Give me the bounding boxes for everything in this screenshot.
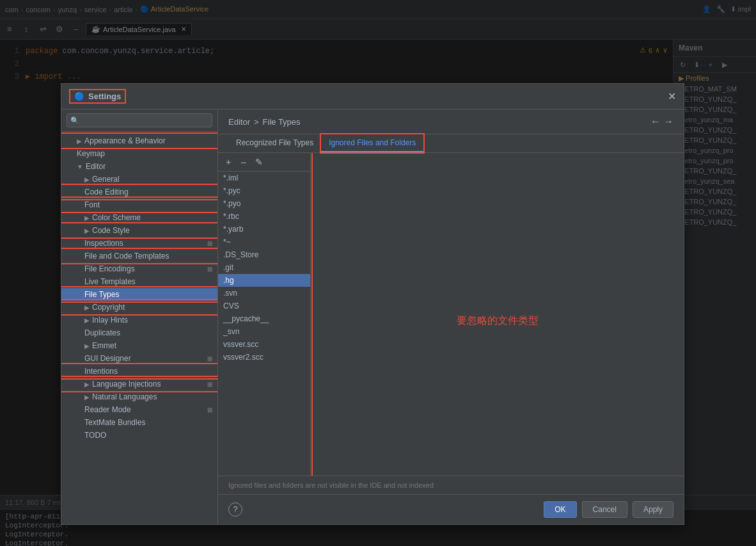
sync-indicator-gui: ⊞ <box>207 355 212 362</box>
sidebar-label-intentions: Intentions <box>84 367 118 376</box>
file-list-panel: + – ✎ *.iml *.pyc *.pyo *.rbc *.yarb *~ … <box>218 153 311 476</box>
sidebar-label-file-types: File Types <box>84 290 119 299</box>
sidebar-item-duplicates[interactable]: Duplicates <box>61 326 217 339</box>
sidebar-label-file-code-templates: File and Code Templates <box>84 252 169 261</box>
sidebar-item-file-code-templates[interactable]: File and Code Templates <box>61 250 217 262</box>
nav-forward-button[interactable]: → <box>663 116 673 127</box>
settings-search-input[interactable] <box>67 113 212 127</box>
sidebar-item-inlay-hints[interactable]: ▶ Inlay Hints <box>61 314 217 326</box>
file-item-pycache[interactable]: __pycache__ <box>218 312 310 325</box>
file-item-yarb[interactable]: *.yarb <box>218 223 310 236</box>
sidebar-item-copyright[interactable]: ▶ Copyright <box>61 301 217 314</box>
dialog-title-area: 🔵 Settings <box>69 89 126 104</box>
settings-sidebar: 🔍 ▶ Appearance & Behavior Keymap ▼ Edito… <box>61 109 218 524</box>
sidebar-label-language-injections: Language Injections <box>92 380 161 389</box>
file-item-tilde[interactable]: *~ <box>218 236 310 248</box>
content-footer: Ignored files and folders are not visibl… <box>218 476 684 494</box>
sync-indicator-encodings: ⊞ <box>207 266 212 273</box>
sidebar-label-code-style: Code Style <box>92 226 130 235</box>
sidebar-label-file-encodings: File Encodings <box>84 264 135 273</box>
breadcrumb-sep: > <box>254 117 259 127</box>
sidebar-item-code-editing[interactable]: Code Editing <box>61 186 217 198</box>
sidebar-item-gui-designer[interactable]: GUI Designer ⊞ <box>61 352 217 365</box>
tab-ignored-files-folders[interactable]: Ignored Files and Folders <box>321 134 423 152</box>
sidebar-item-natural-languages[interactable]: ▶ Natural Languages <box>61 390 217 403</box>
file-item-rbc[interactable]: *.rbc <box>218 210 310 223</box>
file-item-git[interactable]: .git <box>218 261 310 274</box>
file-list: *.iml *.pyc *.pyo *.rbc *.yarb *~ .DS_St… <box>218 172 310 476</box>
arrow-icon-code-style: ▶ <box>84 227 90 234</box>
arrow-icon-copyright: ▶ <box>84 304 90 311</box>
help-button[interactable]: ? <box>228 502 242 517</box>
sidebar-label-live-templates: Live Templates <box>84 277 136 286</box>
dialog-body: 🔍 ▶ Appearance & Behavior Keymap ▼ Edito… <box>61 109 684 524</box>
sidebar-item-live-templates[interactable]: Live Templates <box>61 275 217 288</box>
sidebar-item-general[interactable]: ▶ General <box>61 173 217 186</box>
file-list-remove-button[interactable]: – <box>237 156 250 168</box>
sidebar-item-appearance[interactable]: ▶ Appearance & Behavior <box>61 134 217 147</box>
file-list-toolbar: + – ✎ <box>218 153 310 172</box>
sidebar-label-reader-mode: Reader Mode <box>84 405 131 414</box>
settings-dialog: 🔵 Settings ✕ 🔍 ▶ Appearance & Behavior <box>61 83 684 525</box>
sync-indicator-reader: ⊞ <box>207 406 212 414</box>
ignored-hint-text: 要忽略的文件类型 <box>457 314 539 328</box>
cancel-button[interactable]: Cancel <box>582 501 627 518</box>
sidebar-label-todo: TODO <box>84 431 106 440</box>
settings-icon: 🔵 <box>74 92 84 101</box>
file-item-vssver-scc[interactable]: vssver.scc <box>218 338 310 351</box>
sidebar-item-language-injections[interactable]: ▶ Language Injections ⊞ <box>61 378 217 390</box>
sidebar-item-reader-mode[interactable]: Reader Mode ⊞ <box>61 403 217 416</box>
sync-indicator-lang: ⊞ <box>207 381 212 388</box>
file-item-cvs[interactable]: CVS <box>218 300 310 312</box>
file-item-pyc[interactable]: *.pyc <box>218 184 310 197</box>
sidebar-item-file-types[interactable]: File Types <box>61 288 217 301</box>
file-item-pyo[interactable]: *.pyo <box>218 197 310 210</box>
sidebar-label-editor: Editor <box>86 162 106 171</box>
nav-back-button[interactable]: ← <box>650 116 661 127</box>
tab-recognized-file-types[interactable]: Recognized File Types <box>228 134 321 152</box>
sidebar-label-emmet: Emmet <box>92 341 116 350</box>
sidebar-label-appearance: Appearance & Behavior <box>84 136 166 145</box>
file-item-iml[interactable]: *.iml <box>218 172 310 184</box>
sidebar-item-intentions[interactable]: Intentions <box>61 365 217 378</box>
content-nav-buttons: ← → <box>650 116 673 127</box>
apply-button[interactable]: Apply <box>633 501 673 518</box>
tab-recognized-label: Recognized File Types <box>236 138 313 147</box>
arrow-icon-emmet: ▶ <box>84 342 90 349</box>
arrow-icon-editor: ▼ <box>77 163 83 170</box>
file-item-svn[interactable]: _svn <box>218 325 310 338</box>
sidebar-item-code-style[interactable]: ▶ Code Style <box>61 224 217 237</box>
footer-note-text: Ignored files and folders are not visibl… <box>228 481 434 489</box>
search-icon: 🔍 <box>70 116 79 125</box>
sidebar-label-inlay-hints: Inlay Hints <box>92 316 128 325</box>
sidebar-item-font[interactable]: Font <box>61 198 217 211</box>
sidebar-item-emmet[interactable]: ▶ Emmet <box>61 339 217 352</box>
file-item-ds-store[interactable]: .DS_Store <box>218 248 310 261</box>
content-breadcrumb-header: Editor > File Types ← → <box>218 109 684 134</box>
sidebar-label-duplicates: Duplicates <box>84 328 120 337</box>
sidebar-label-natural-languages: Natural Languages <box>92 392 157 401</box>
file-item-hg[interactable]: .hg <box>218 274 310 287</box>
dialog-close-button[interactable]: ✕ <box>668 90 676 102</box>
sidebar-item-editor[interactable]: ▼ Editor <box>61 160 217 173</box>
file-item-svn-dot[interactable]: .svn <box>218 287 310 300</box>
sidebar-label-font: Font <box>84 200 100 209</box>
sidebar-item-file-encodings[interactable]: File Encodings ⊞ <box>61 262 217 275</box>
ok-button[interactable]: OK <box>544 501 576 518</box>
sidebar-item-todo[interactable]: TODO <box>61 429 217 442</box>
sidebar-label-color-scheme: Color Scheme <box>92 213 141 222</box>
arrow-icon-color: ▶ <box>84 214 90 221</box>
file-item-vssver2-scc[interactable]: vssver2.scc <box>218 351 310 364</box>
file-list-edit-button[interactable]: ✎ <box>253 156 265 168</box>
dialog-footer: ? OK Cancel Apply <box>218 494 684 524</box>
sidebar-item-color-scheme[interactable]: ▶ Color Scheme <box>61 211 217 224</box>
sidebar-item-textmate-bundles[interactable]: TextMate Bundles <box>61 416 217 429</box>
file-list-area: + – ✎ *.iml *.pyc *.pyo *.rbc *.yarb *~ … <box>218 153 684 476</box>
content-tabs-bar: Recognized File Types Ignored Files and … <box>218 134 684 153</box>
sidebar-item-keymap[interactable]: Keymap <box>61 147 217 160</box>
sidebar-item-inspections[interactable]: Inspections ⊞ <box>61 237 217 250</box>
settings-main-content: Editor > File Types ← → Recognized File … <box>218 109 684 524</box>
sidebar-label-gui-designer: GUI Designer <box>84 354 131 363</box>
arrow-icon-lang-inject: ▶ <box>84 381 90 388</box>
file-list-add-button[interactable]: + <box>222 156 235 168</box>
